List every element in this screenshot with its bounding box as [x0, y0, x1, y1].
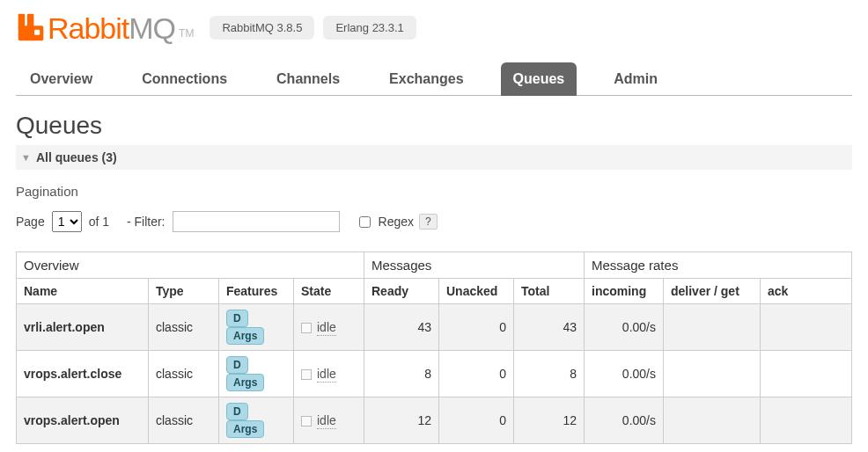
feature-badge-durable: D: [226, 310, 248, 327]
state-indicator-icon: [301, 416, 312, 426]
table-row: vrli.alert.openclassicDArgsidle430430.00…: [17, 304, 852, 351]
cell-total: 43: [514, 304, 585, 351]
top-bar: RabbitMQ TM RabbitMQ 3.8.5 Erlang 23.3.1: [16, 9, 852, 46]
queues-table: Overview Messages Message rates Name Typ…: [16, 252, 852, 444]
cell-deliver-get: [664, 351, 761, 397]
regex-help-icon[interactable]: ?: [419, 214, 438, 230]
tab-admin[interactable]: Admin: [601, 62, 670, 96]
cell-state: idle: [294, 397, 364, 444]
regex-checkbox[interactable]: [359, 216, 371, 228]
feature-badge-durable: D: [226, 356, 248, 374]
cell-type: classic: [149, 351, 219, 397]
version-badge-erlang: Erlang 23.3.1: [323, 16, 416, 40]
page-title: Queues: [16, 112, 852, 140]
cell-deliver-get: [664, 304, 761, 351]
caret-down-icon: ▼: [21, 152, 31, 163]
cell-incoming: 0.00/s: [585, 304, 664, 351]
logo-trademark: TM: [179, 27, 194, 40]
cell-ready: 12: [364, 397, 439, 444]
state-text: idle: [317, 413, 336, 429]
feature-badge-args: Args: [226, 374, 264, 391]
cell-unacked: 0: [439, 304, 514, 351]
pagination-heading: Pagination: [16, 184, 852, 199]
version-badge-rabbitmq: RabbitMQ 3.8.5: [210, 16, 314, 40]
table-row: vrops.alert.openclassicDArgsidle120120.0…: [17, 397, 852, 444]
tab-exchanges[interactable]: Exchanges: [377, 62, 475, 96]
logo-text-primary: Rabbit: [48, 11, 129, 45]
state-text: idle: [317, 320, 336, 336]
cell-deliver-get: [664, 397, 761, 444]
cell-type: classic: [149, 397, 219, 444]
page-select[interactable]: 1: [52, 211, 82, 232]
cell-name[interactable]: vrops.alert.open: [17, 397, 149, 444]
col-total[interactable]: Total: [514, 279, 585, 304]
state-text: idle: [317, 367, 336, 383]
feature-badge-args: Args: [226, 327, 264, 345]
tab-queues[interactable]: Queues: [501, 62, 577, 96]
cell-ack: [761, 304, 852, 351]
cell-name[interactable]: vrli.alert.open: [17, 304, 149, 351]
cell-ack: [761, 351, 852, 397]
rabbitmq-logo-icon: [16, 12, 46, 42]
col-name[interactable]: Name: [17, 279, 149, 304]
table-row: vrops.alert.closeclassicDArgsidle8080.00…: [17, 351, 852, 397]
svg-rect-3: [34, 30, 40, 35]
filter-input[interactable]: [173, 211, 340, 232]
state-indicator-icon: [301, 369, 312, 380]
col-incoming[interactable]: incoming: [585, 279, 664, 304]
cell-unacked: 0: [439, 351, 514, 397]
cell-ready: 43: [364, 304, 439, 351]
cell-total: 12: [514, 397, 585, 444]
cell-state: idle: [294, 351, 364, 397]
tab-channels[interactable]: Channels: [264, 62, 352, 96]
cell-total: 8: [514, 351, 585, 397]
col-type[interactable]: Type: [149, 279, 219, 304]
state-indicator-icon: [301, 323, 312, 333]
regex-label: Regex: [379, 215, 414, 229]
col-ready[interactable]: Ready: [364, 279, 439, 304]
col-state[interactable]: State: [294, 279, 364, 304]
pagination-controls: Page 1 of 1 - Filter: Regex ?: [16, 211, 852, 232]
page-of-label: of 1: [89, 215, 109, 229]
tab-connections[interactable]: Connections: [129, 62, 239, 96]
filter-label: - Filter:: [127, 215, 166, 229]
logo-text-secondary: MQ: [129, 11, 175, 45]
col-features: Features: [219, 279, 294, 304]
page-label: Page: [16, 215, 45, 229]
cell-features: DArgs: [219, 397, 294, 444]
section-toggle-all-queues[interactable]: ▼ All queues (3): [16, 145, 852, 170]
colgroup-rates: Message rates: [585, 252, 852, 279]
cell-name[interactable]: vrops.alert.close: [17, 351, 149, 397]
colgroup-overview: Overview: [17, 252, 364, 279]
col-ack[interactable]: ack: [761, 279, 852, 304]
cell-incoming: 0.00/s: [585, 351, 664, 397]
section-label: All queues (3): [36, 150, 117, 164]
cell-state: idle: [294, 304, 364, 351]
cell-ready: 8: [364, 351, 439, 397]
tab-overview[interactable]: Overview: [18, 62, 105, 96]
feature-badge-args: Args: [226, 420, 264, 438]
feature-badge-durable: D: [226, 403, 248, 420]
colgroup-messages: Messages: [364, 252, 585, 279]
logo[interactable]: RabbitMQ TM: [16, 9, 194, 46]
col-deliver-get[interactable]: deliver / get: [664, 279, 761, 304]
cell-type: classic: [149, 304, 219, 351]
cell-unacked: 0: [439, 397, 514, 444]
cell-features: DArgs: [219, 304, 294, 351]
cell-features: DArgs: [219, 351, 294, 397]
main-nav: OverviewConnectionsChannelsExchangesQueu…: [16, 62, 852, 96]
col-unacked[interactable]: Unacked: [439, 279, 514, 304]
cell-incoming: 0.00/s: [585, 397, 664, 444]
cell-ack: [761, 397, 852, 444]
